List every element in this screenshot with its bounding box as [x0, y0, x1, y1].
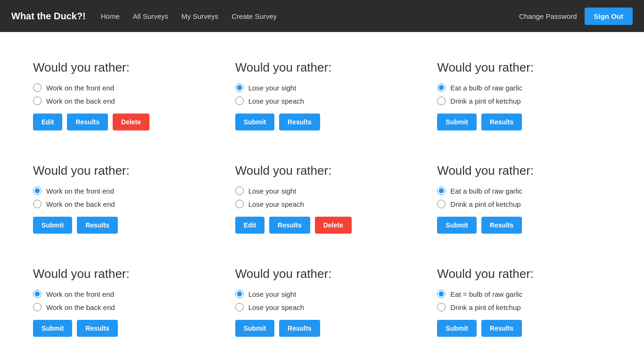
radio-option[interactable]: Work on the front end [33, 83, 207, 92]
survey-title: Would you rather: [33, 60, 207, 75]
survey-title: Would you rather: [437, 163, 611, 178]
radio-option[interactable]: Work on the back end [33, 200, 207, 208]
radio-label: Eat a bulb of raw garlic [450, 84, 522, 92]
radio-input[interactable] [437, 97, 446, 105]
results-button[interactable]: Results [279, 320, 320, 337]
radio-option[interactable]: Work on the back end [33, 97, 207, 105]
radio-input[interactable] [33, 97, 41, 105]
delete-button[interactable]: Delete [315, 217, 352, 234]
submit-button[interactable]: Submit [235, 320, 274, 337]
results-button[interactable]: Results [77, 320, 118, 337]
radio-label: Lose your speach [248, 303, 304, 311]
radio-option[interactable]: Eat a bulb of raw garlic [437, 187, 611, 195]
radio-group: Lose your sightLose your speach [235, 290, 409, 311]
radio-option[interactable]: Lose your sight [235, 290, 409, 298]
radio-option[interactable]: Drink a pint of ketchup [437, 97, 611, 105]
results-button[interactable]: Results [481, 320, 522, 337]
submit-button[interactable]: Submit [437, 217, 476, 234]
radio-label: Work on the back end [46, 97, 115, 105]
survey-card: Would you rather:Eat a bulb of raw garli… [432, 154, 616, 243]
radio-group: Eat a bulb of raw garlicDrink a pint of … [437, 187, 611, 208]
radio-input[interactable] [437, 200, 446, 208]
radio-input[interactable] [33, 303, 41, 311]
radio-input[interactable] [33, 83, 41, 92]
radio-input[interactable] [437, 303, 446, 311]
radio-input[interactable] [33, 200, 41, 208]
card-buttons: SubmitResults [235, 320, 409, 337]
radio-group: Lose your sightLose your speach [235, 83, 409, 105]
radio-label: Work on the front end [46, 84, 114, 92]
radio-group: Work on the front endWork on the back en… [33, 290, 207, 311]
radio-option[interactable]: Lose your speach [235, 97, 409, 105]
submit-button[interactable]: Submit [437, 114, 476, 130]
submit-button[interactable]: Submit [235, 114, 274, 130]
radio-option[interactable]: Work on the front end [33, 187, 207, 195]
radio-option[interactable]: Drink a pint of ketchup [437, 200, 611, 208]
radio-option[interactable]: Lose your sight [235, 83, 409, 92]
radio-option[interactable]: Work on the back end [33, 303, 207, 311]
results-button[interactable]: Results [481, 217, 522, 234]
survey-card: Would you rather:Eat = bulb of raw garli… [432, 257, 616, 346]
results-button[interactable]: Results [279, 114, 320, 130]
nav-home[interactable]: Home [101, 12, 120, 20]
radio-option[interactable]: Lose your speach [235, 303, 409, 311]
radio-option[interactable]: Eat a bulb of raw garlic [437, 83, 611, 92]
radio-group: Lose your sightLose your speach [235, 187, 409, 208]
radio-label: Work on the back end [46, 200, 115, 208]
survey-title: Would you rather: [33, 163, 207, 178]
radio-input[interactable] [33, 290, 41, 298]
results-button[interactable]: Results [481, 114, 522, 130]
radio-option[interactable]: Eat = bulb of raw garlic [437, 290, 611, 298]
survey-title: Would you rather: [437, 60, 611, 75]
radio-group: Eat = bulb of raw garlicDrink a pint of … [437, 290, 611, 311]
radio-input[interactable] [235, 200, 244, 208]
radio-input[interactable] [437, 290, 446, 298]
radio-group: Work on the front endWork on the back en… [33, 83, 207, 105]
radio-input[interactable] [235, 303, 244, 311]
nav-my-surveys[interactable]: My Surveys [182, 12, 218, 20]
submit-button[interactable]: Submit [33, 217, 72, 234]
radio-input[interactable] [437, 187, 446, 195]
radio-option[interactable]: Lose your speach [235, 200, 409, 208]
survey-title: Would you rather: [235, 267, 409, 281]
survey-card: Would you rather:Work on the front endWo… [28, 257, 212, 346]
radio-label: Drink a pint of ketchup [450, 303, 520, 311]
survey-title: Would you rather: [33, 267, 207, 281]
radio-label: Lose your sight [248, 84, 297, 92]
survey-card: Would you rather:Eat a bulb of raw garli… [432, 51, 616, 140]
radio-input[interactable] [235, 97, 244, 105]
edit-button[interactable]: Edit [235, 217, 264, 234]
results-button[interactable]: Results [269, 217, 310, 234]
survey-card: Would you rather:Work on the front endWo… [28, 51, 212, 140]
radio-label: Lose your sight [248, 290, 297, 298]
radio-label: Lose your sight [248, 187, 297, 195]
radio-input[interactable] [33, 187, 41, 195]
nav-create-survey[interactable]: Create Survey [231, 12, 277, 20]
change-password-link[interactable]: Change Password [519, 12, 577, 20]
results-button[interactable]: Results [77, 217, 118, 234]
radio-option[interactable]: Drink a pint of ketchup [437, 303, 611, 311]
radio-option[interactable]: Work on the front end [33, 290, 207, 298]
navbar: What the Duck?! Home All Surveys My Surv… [0, 0, 644, 32]
card-buttons: SubmitResults [235, 114, 409, 130]
results-button[interactable]: Results [67, 114, 108, 130]
card-buttons: SubmitResults [437, 217, 611, 234]
nav-all-surveys[interactable]: All Surveys [133, 12, 168, 20]
submit-button[interactable]: Submit [437, 320, 476, 337]
radio-input[interactable] [235, 83, 244, 92]
sign-out-button[interactable]: Sign Out [585, 8, 633, 25]
radio-input[interactable] [235, 290, 244, 298]
delete-button[interactable]: Delete [113, 114, 149, 130]
survey-card: Would you rather:Work on the front endWo… [28, 154, 212, 243]
survey-title: Would you rather: [235, 60, 409, 75]
survey-title: Would you rather: [235, 163, 409, 178]
radio-group: Work on the front endWork on the back en… [33, 187, 207, 208]
radio-option[interactable]: Lose your sight [235, 187, 409, 195]
surveys-grid: Would you rather:Work on the front endWo… [28, 51, 616, 346]
radio-input[interactable] [235, 187, 244, 195]
card-buttons: SubmitResults [33, 320, 207, 337]
edit-button[interactable]: Edit [33, 114, 62, 130]
radio-input[interactable] [437, 83, 446, 92]
card-buttons: SubmitResults [33, 217, 207, 234]
submit-button[interactable]: Submit [33, 320, 72, 337]
